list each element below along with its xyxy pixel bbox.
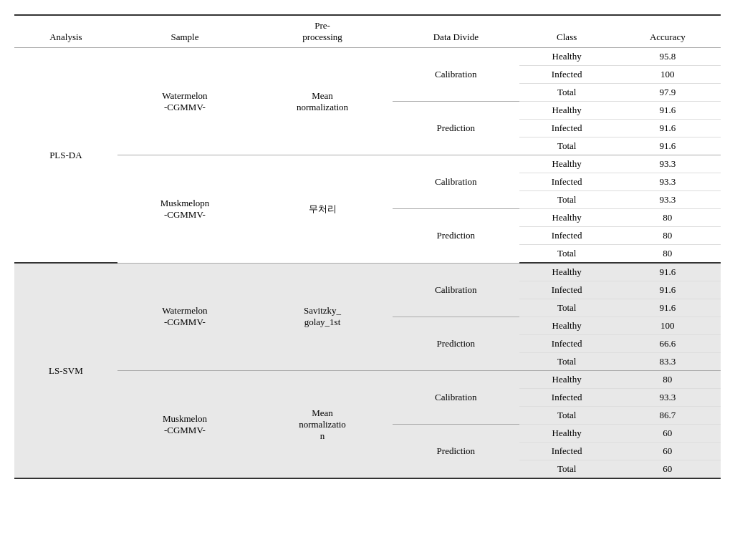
accuracy-cell: 60 (615, 460, 721, 479)
class-cell: Healthy (519, 102, 615, 120)
class-cell: Total (519, 353, 615, 371)
header-data-divide: Data Divide (393, 15, 519, 48)
accuracy-cell: 91.6 (615, 120, 721, 137)
accuracy-cell: 83.3 (615, 353, 721, 371)
class-cell: Infected (519, 443, 615, 460)
class-cell: Total (519, 191, 615, 209)
accuracy-cell: 100 (615, 66, 721, 84)
class-cell: Healthy (519, 209, 615, 227)
class-cell: Infected (519, 389, 615, 407)
class-cell: Healthy (519, 48, 615, 66)
sample-cell: Muskmelon-CGMMV- (117, 371, 252, 479)
accuracy-cell: 60 (615, 425, 721, 443)
accuracy-cell: 91.6 (615, 263, 721, 281)
accuracy-cell: 60 (615, 443, 721, 460)
accuracy-cell: 91.6 (615, 137, 721, 155)
data-divide-cell: Calibration (393, 155, 519, 209)
accuracy-cell: 80 (615, 209, 721, 227)
accuracy-cell: 91.6 (615, 299, 721, 317)
class-cell: Infected (519, 227, 615, 245)
header-class: Class (519, 15, 615, 48)
accuracy-cell: 93.3 (615, 155, 721, 173)
data-divide-cell: Calibration (393, 263, 519, 317)
class-cell: Healthy (519, 371, 615, 389)
accuracy-cell: 80 (615, 245, 721, 264)
preprocessing-cell: Savitzky_golay_1st (252, 263, 393, 371)
class-cell: Infected (519, 335, 615, 353)
accuracy-cell: 100 (615, 317, 721, 335)
data-divide-cell: Prediction (393, 209, 519, 264)
accuracy-cell: 93.3 (615, 191, 721, 209)
sample-cell: Watermelon-CGMMV- (117, 263, 252, 371)
header-sample: Sample (117, 15, 252, 48)
results-table: Analysis Sample Pre-processing Data Divi… (14, 14, 721, 479)
class-cell: Healthy (519, 425, 615, 443)
accuracy-cell: 80 (615, 371, 721, 389)
table-row: PLS-DAWatermelon-CGMMV-Meannormalization… (14, 48, 721, 66)
data-divide-cell: Calibration (393, 371, 519, 425)
accuracy-cell: 80 (615, 227, 721, 245)
accuracy-cell: 91.6 (615, 102, 721, 120)
accuracy-cell: 86.7 (615, 407, 721, 425)
header-accuracy: Accuracy (615, 15, 721, 48)
preprocessing-cell: 무처리 (252, 155, 393, 264)
header-analysis: Analysis (14, 15, 117, 48)
table-row: Muskmelon-CGMMV-MeannormalizationCalibra… (14, 371, 721, 389)
class-cell: Total (519, 299, 615, 317)
header-preprocessing: Pre-processing (252, 15, 393, 48)
class-cell: Total (519, 245, 615, 264)
class-cell: Total (519, 407, 615, 425)
accuracy-cell: 93.3 (615, 389, 721, 407)
analysis-cell: LS-SVM (14, 263, 117, 478)
class-cell: Healthy (519, 263, 615, 281)
analysis-cell: PLS-DA (14, 48, 117, 264)
class-cell: Infected (519, 173, 615, 191)
accuracy-cell: 93.3 (615, 173, 721, 191)
data-divide-cell: Prediction (393, 102, 519, 155)
sample-cell: Muskmelopn-CGMMV- (117, 155, 252, 264)
class-cell: Total (519, 137, 615, 155)
class-cell: Healthy (519, 317, 615, 335)
sample-cell: Watermelon-CGMMV- (117, 48, 252, 155)
accuracy-cell: 66.6 (615, 335, 721, 353)
table-row: LS-SVMWatermelon-CGMMV-Savitzky_golay_1s… (14, 263, 721, 281)
accuracy-cell: 97.9 (615, 84, 721, 102)
class-cell: Total (519, 84, 615, 102)
class-cell: Infected (519, 66, 615, 84)
class-cell: Infected (519, 120, 615, 137)
class-cell: Total (519, 460, 615, 479)
table-row: Muskmelopn-CGMMV-무처리CalibrationHealthy93… (14, 155, 721, 173)
class-cell: Healthy (519, 155, 615, 173)
class-cell: Infected (519, 281, 615, 299)
data-divide-cell: Calibration (393, 48, 519, 102)
preprocessing-cell: Meannormalization (252, 371, 393, 479)
preprocessing-cell: Meannormalization (252, 48, 393, 155)
data-divide-cell: Prediction (393, 317, 519, 371)
data-divide-cell: Prediction (393, 425, 519, 479)
accuracy-cell: 95.8 (615, 48, 721, 66)
accuracy-cell: 91.6 (615, 281, 721, 299)
